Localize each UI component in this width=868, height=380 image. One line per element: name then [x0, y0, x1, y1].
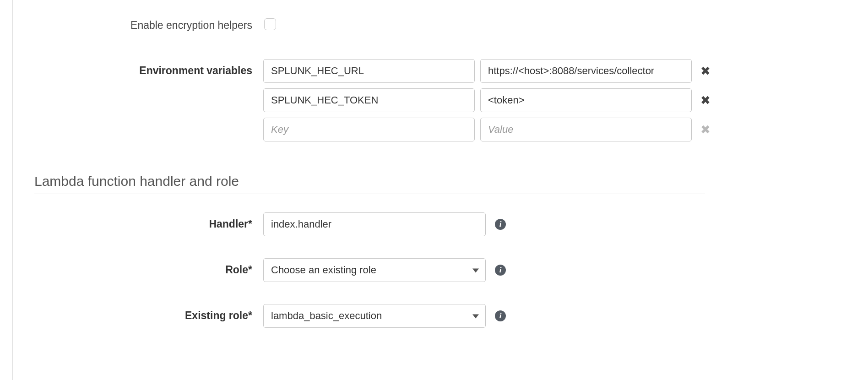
- section-rule: [34, 194, 705, 194]
- env-value-input-blank[interactable]: [480, 118, 692, 141]
- info-icon[interactable]: i: [495, 265, 506, 276]
- env-row-1: ✖: [263, 88, 714, 112]
- env-key-input[interactable]: [263, 88, 475, 112]
- handler-row: Handler* i: [34, 212, 868, 236]
- existing-role-select[interactable]: lambda_basic_execution: [263, 304, 486, 328]
- info-icon[interactable]: i: [495, 310, 506, 321]
- env-vars-label: Environment variables: [34, 59, 263, 77]
- env-vars-row: Environment variables ✖ ✖ ✖: [34, 59, 868, 141]
- encryption-row: Enable encryption helpers: [34, 14, 868, 32]
- env-value-input[interactable]: [480, 59, 692, 83]
- remove-icon[interactable]: ✖: [697, 94, 714, 106]
- role-select[interactable]: Choose an existing role: [263, 258, 486, 282]
- env-rows: ✖ ✖ ✖: [263, 59, 714, 141]
- existing-role-row: Existing role* lambda_basic_execution i: [34, 304, 868, 328]
- encryption-label: Enable encryption helpers: [34, 14, 263, 32]
- env-key-input[interactable]: [263, 59, 475, 83]
- chevron-down-icon: [472, 268, 479, 272]
- remove-icon-disabled: ✖: [697, 124, 714, 136]
- section-heading: Lambda function handler and role: [34, 174, 868, 189]
- info-icon[interactable]: i: [495, 219, 506, 230]
- env-row-blank: ✖: [263, 118, 714, 141]
- role-select-value: Choose an existing role: [271, 264, 376, 276]
- env-key-input-blank[interactable]: [263, 118, 475, 141]
- handler-input[interactable]: [263, 212, 486, 236]
- handler-label: Handler*: [34, 212, 263, 230]
- remove-icon[interactable]: ✖: [697, 65, 714, 77]
- existing-role-select-value: lambda_basic_execution: [271, 310, 382, 322]
- role-row: Role* Choose an existing role i: [34, 258, 868, 282]
- role-label: Role*: [34, 258, 263, 276]
- encryption-checkbox[interactable]: [264, 18, 276, 30]
- existing-role-label: Existing role*: [34, 304, 263, 322]
- env-value-input[interactable]: [480, 88, 692, 112]
- left-rule: [12, 0, 13, 380]
- chevron-down-icon: [472, 314, 479, 318]
- env-row-0: ✖: [263, 59, 714, 83]
